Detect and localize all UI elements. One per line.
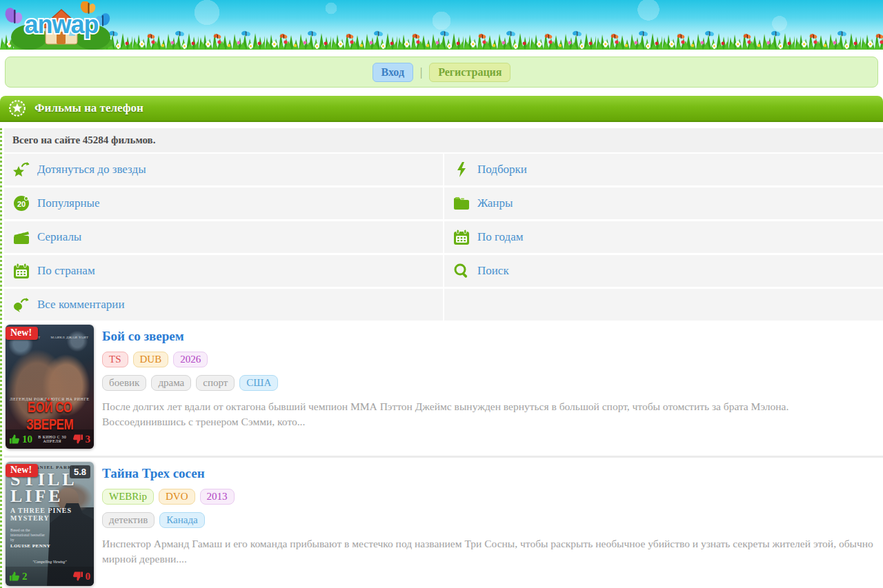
- movie-title-link[interactable]: Бой со зверем: [102, 329, 875, 344]
- calendar-icon: [12, 262, 30, 280]
- genre-tags: боевик драма спорт США: [102, 375, 875, 391]
- menu-item-series[interactable]: Сериалы: [4, 221, 443, 253]
- folder-icon: [453, 194, 470, 212]
- likes-count: 10: [22, 434, 32, 445]
- thumb-down-icon[interactable]: [72, 434, 83, 445]
- menu-empty-cell: [444, 289, 883, 321]
- logo-text: anwap: [24, 10, 98, 39]
- thumb-up-icon[interactable]: [9, 571, 20, 582]
- menu-item-search[interactable]: Поиск: [444, 255, 883, 287]
- genre-tag[interactable]: драма: [151, 375, 191, 391]
- thumb-up-icon[interactable]: [9, 434, 20, 445]
- anwap-logo[interactable]: anwap: [3, 1, 120, 50]
- release-note: В КИНО С 30 АПРЕЛЯ: [34, 435, 70, 443]
- menu-item-collections[interactable]: Подборки: [444, 154, 883, 185]
- year-tag[interactable]: 2026: [173, 352, 208, 367]
- menu-label: По годам: [477, 230, 524, 244]
- genre-tag[interactable]: спорт: [196, 375, 235, 391]
- menu-label: Популярные: [37, 196, 100, 210]
- menu-item-by-year[interactable]: По годам: [444, 221, 883, 253]
- menu-item-by-country[interactable]: По странам: [4, 255, 443, 287]
- lightning-icon: [453, 161, 470, 179]
- auth-bar: Вход | Регистрация: [5, 57, 878, 88]
- rating-badge: 5.8: [70, 465, 90, 478]
- star-reach-icon: [12, 161, 30, 179]
- poster-actor-name: МАЙКЛ ДЖАЙ УАЙТ: [51, 336, 89, 339]
- main-content: Всего на сайте 45284 фильмов. Дотянуться…: [0, 128, 883, 588]
- site-stats: Всего на сайте 45284 фильмов.: [4, 128, 883, 152]
- menu-label: Сериалы: [37, 230, 81, 244]
- menu-item-all-comments[interactable]: Все комментарии: [4, 289, 443, 321]
- year-tag[interactable]: 2013: [200, 489, 235, 505]
- likes-count: 2: [22, 571, 28, 582]
- new-badge: New!: [6, 464, 38, 477]
- poster-subtitle: A THREE PINES MYSTERY: [10, 507, 72, 522]
- movie-description: Инспектор Арманд Гамаш и его команда при…: [102, 536, 875, 566]
- movie-poster[interactable]: NATHANIEL PARKER STILL LIFE A THREE PINE…: [6, 462, 94, 586]
- quality-tag[interactable]: WEBRip: [102, 489, 154, 505]
- menu-item-genres[interactable]: Жанры: [444, 187, 883, 219]
- top-20-number: 20: [17, 200, 26, 208]
- genre-tags: детектив Канада: [102, 512, 875, 528]
- calendar-icon: [453, 228, 470, 246]
- country-tag[interactable]: США: [239, 375, 278, 391]
- auth-separator: |: [420, 66, 422, 79]
- search-icon: [453, 262, 470, 280]
- country-tag[interactable]: Канада: [159, 512, 204, 528]
- menu-label: Подборки: [477, 163, 527, 176]
- menu-label: Дотянуться до звезды: [37, 163, 146, 176]
- voice-tag[interactable]: DUB: [133, 352, 169, 367]
- menu-label: Поиск: [477, 264, 509, 278]
- site-header: anwap: [0, 0, 883, 51]
- dislikes-count: 3: [86, 434, 91, 445]
- page-title: Фильмы на телефон: [34, 101, 143, 115]
- star-circle-icon: [8, 99, 26, 117]
- grass-flowers-decoration: [0, 28, 883, 50]
- butterfly-purple-left: [3, 6, 23, 24]
- new-badge: New!: [6, 327, 38, 340]
- genre-tag[interactable]: боевик: [102, 375, 146, 391]
- menu-label: Все комментарии: [37, 298, 125, 312]
- menu-item-popular[interactable]: 20 Популярные: [4, 187, 443, 219]
- voice-tag[interactable]: DVO: [159, 489, 195, 505]
- quality-tags: WEBRip DVO 2013: [102, 489, 875, 505]
- quality-tags: TS DUB 2026: [102, 352, 875, 367]
- poster-quote: "Compelling Viewing": [6, 560, 94, 564]
- menu-item-reach-star[interactable]: Дотянуться до звезды: [4, 154, 443, 185]
- section-header: Фильмы на телефон: [0, 96, 883, 122]
- menu-label: По странам: [37, 264, 95, 278]
- clapperboard-icon: [12, 228, 30, 246]
- movie-info: Бой со зверем TS DUB 2026 боевик драма с…: [102, 325, 875, 449]
- votes-bar: 10 В КИНО С 30 АПРЕЛЯ 3: [6, 429, 94, 449]
- quality-tag[interactable]: TS: [102, 352, 128, 367]
- thumb-down-icon[interactable]: [72, 571, 83, 582]
- login-button[interactable]: Вход: [373, 63, 413, 82]
- register-button[interactable]: Регистрация: [429, 63, 510, 82]
- movie-poster[interactable]: НИК ХЕНСВОРТ МАЙКЛ ДЖАЙ УАЙТ ЛЕГЕНДЫ РОЖ…: [6, 325, 94, 449]
- poster-title: БОЙ СО ЗВЕРЕМ: [6, 399, 94, 434]
- main-menu: Дотянуться до звезды Подборки 20 Популяр…: [4, 154, 883, 321]
- movie-card: NATHANIEL PARKER STILL LIFE A THREE PINE…: [4, 456, 883, 588]
- movie-card: НИК ХЕНСВОРТ МАЙКЛ ДЖАЙ УАЙТ ЛЕГЕНДЫ РОЖ…: [4, 321, 883, 456]
- menu-label: Жанры: [477, 196, 513, 210]
- genre-tag[interactable]: детектив: [102, 512, 155, 528]
- top-20-icon: 20: [12, 194, 30, 212]
- dislikes-count: 0: [86, 571, 91, 582]
- page: anwap Вход | Регистрация Фильмы на телеф…: [0, 0, 883, 588]
- poster-based-text: Based on the international bestseller by: [10, 528, 46, 543]
- movie-title-link[interactable]: Тайна Трех сосен: [102, 466, 875, 481]
- poster-author: LOUISE PENNY: [10, 543, 50, 549]
- comments-icon: [12, 296, 30, 314]
- votes-bar: 2 0: [6, 567, 94, 586]
- movie-info: Тайна Трех сосен WEBRip DVO 2013 детекти…: [102, 462, 875, 586]
- movie-description: После долгих лет вдали от октагона бывши…: [102, 399, 854, 429]
